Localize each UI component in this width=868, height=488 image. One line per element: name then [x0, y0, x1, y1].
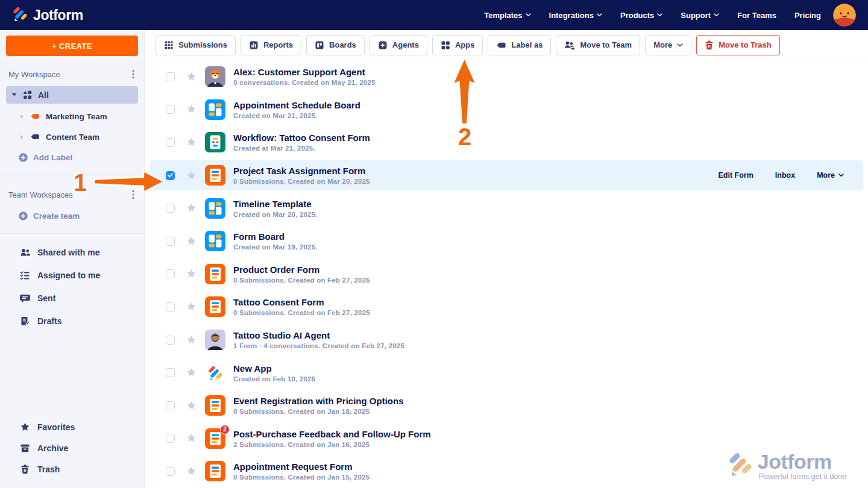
list-item[interactable]: Product Order Form 0 Submissions. Create…: [145, 258, 868, 291]
row-checkbox[interactable]: [166, 368, 175, 377]
favorite-star-icon[interactable]: [186, 368, 197, 378]
list-item[interactable]: Timeline Template Created on Mar 20, 202…: [145, 192, 868, 225]
archive-box-icon: [20, 443, 30, 453]
favorite-star-icon[interactable]: [186, 335, 197, 345]
sidebar-item-archive[interactable]: Archive: [0, 437, 144, 458]
item-text: Timeline Template Created on Mar 20, 202…: [233, 199, 318, 218]
favorite-star-icon[interactable]: [186, 302, 197, 312]
nav-support[interactable]: Support: [681, 11, 719, 20]
kebab-menu-icon[interactable]: [132, 190, 134, 199]
row-checkbox[interactable]: [166, 401, 175, 410]
star-icon: [20, 422, 30, 432]
submissions-grid-icon: [164, 40, 174, 50]
row-checkbox[interactable]: [166, 434, 175, 443]
favorite-star-icon[interactable]: [186, 466, 197, 477]
chevron-down-icon: [526, 13, 531, 17]
sidebar-links: Shared with me Assigned to me Sent Draft…: [0, 234, 144, 340]
nav-integrations[interactable]: Integrations: [549, 11, 602, 20]
create-button[interactable]: + CREATE: [6, 36, 138, 56]
list-item[interactable]: Event Registration with Pricing Options …: [145, 389, 868, 422]
item-text: Alex: Customer Support Agent 0 conversat…: [233, 67, 376, 86]
item-subtitle: 2 Submissions. Created on Jan 16, 2025: [233, 441, 431, 448]
kebab-menu-icon[interactable]: [132, 69, 134, 79]
row-checkbox[interactable]: [166, 138, 175, 147]
agents-button[interactable]: Agents: [370, 35, 427, 55]
item-text: New App Created on Feb 10, 2025: [233, 363, 315, 383]
edit-form-button[interactable]: Edit Form: [718, 171, 753, 180]
row-checkbox[interactable]: [166, 336, 175, 345]
sidebar-item-sent[interactable]: Sent: [0, 287, 144, 310]
row-checkbox[interactable]: [166, 269, 175, 278]
row-checkbox[interactable]: [166, 171, 175, 180]
row-more-button[interactable]: More: [817, 171, 844, 180]
item-text: Workflow: Tattoo Consent Form Created at…: [233, 133, 370, 152]
chat-bubble-icon: [20, 293, 30, 303]
favorite-star-icon[interactable]: [186, 433, 197, 443]
favorite-star-icon[interactable]: [186, 137, 197, 148]
workflow-icon: [205, 132, 225, 152]
row-checkbox[interactable]: [166, 237, 175, 246]
add-label-button[interactable]: Add Label: [0, 147, 144, 167]
list-item[interactable]: Workflow: Tattoo Consent Form Created at…: [145, 126, 868, 159]
apps-button[interactable]: Apps: [432, 35, 483, 55]
jotform-watermark: Jotform Powerful forms get it done: [728, 451, 846, 481]
favorite-star-icon[interactable]: [186, 236, 197, 246]
sidebar-item-drafts[interactable]: Drafts: [0, 310, 144, 333]
apps-grid-icon: [441, 40, 450, 50]
nav-templates[interactable]: Templates: [484, 11, 530, 20]
sidebar-item-label: Drafts: [37, 316, 61, 326]
item-subtitle: 0 Submissions. Created on Feb 27, 2025: [233, 277, 370, 284]
list-item[interactable]: Alex: Customer Support Agent 0 conversat…: [145, 60, 868, 93]
more-button[interactable]: More: [645, 35, 691, 55]
list-item[interactable]: Project Task Assignment Form 0 Submissio…: [145, 159, 868, 192]
sidebar-item-favorites[interactable]: Favorites: [0, 416, 144, 437]
row-checkbox[interactable]: [166, 72, 175, 81]
list-item[interactable]: Appointment Schedule Board Created on Ma…: [145, 93, 868, 127]
row-actions: Edit Form Inbox More: [718, 171, 844, 180]
list-item[interactable]: New App Created on Feb 10, 2025: [145, 356, 868, 389]
nav-products[interactable]: Products: [620, 11, 662, 20]
sidebar-item-content-team[interactable]: Content Team: [0, 127, 144, 147]
row-checkbox[interactable]: [166, 302, 175, 311]
sidebar-item-all[interactable]: All: [6, 86, 138, 104]
list-item[interactable]: Tattoo Studio AI Agent 1 Form · 4 conver…: [145, 324, 868, 357]
item-subtitle: Created on Feb 10, 2025: [233, 375, 315, 383]
board-icon: [205, 198, 225, 219]
sidebar-item-marketing-team[interactable]: Marketing Team: [0, 106, 144, 127]
item-title: Tattoo Studio AI Agent: [233, 330, 404, 340]
list-item[interactable]: Tattoo Consent Form 0 Submissions. Creat…: [145, 290, 868, 324]
sidebar-item-trash[interactable]: Trash: [0, 458, 144, 480]
favorite-star-icon[interactable]: [186, 269, 197, 279]
inbox-button[interactable]: Inbox: [775, 171, 795, 180]
favorite-star-icon[interactable]: [186, 401, 197, 411]
sidebar-item-shared-with-me[interactable]: Shared with me: [0, 241, 144, 264]
row-checkbox[interactable]: [166, 204, 175, 213]
favorite-star-icon[interactable]: [186, 203, 197, 213]
reports-button[interactable]: Reports: [241, 35, 301, 55]
sidebar-item-assigned-to-me[interactable]: Assigned to me: [0, 264, 144, 287]
caret-down-icon: [11, 93, 17, 97]
list-item[interactable]: Form Board Created on Mar 19, 2025.: [145, 225, 868, 258]
item-title: Project Task Assignment Form: [233, 166, 370, 176]
jotform-logo[interactable]: Jotform: [12, 6, 83, 24]
create-team-button[interactable]: Create team: [0, 205, 144, 226]
item-title: Form Board: [233, 231, 318, 242]
favorite-star-icon[interactable]: [186, 72, 197, 82]
favorite-star-icon[interactable]: [186, 104, 197, 114]
sidebar-item-label: Trash: [37, 465, 60, 474]
item-title: Alex: Customer Support Agent: [233, 67, 376, 77]
nav-pricing[interactable]: Pricing: [794, 11, 821, 20]
favorite-star-icon[interactable]: [186, 170, 197, 181]
boards-button[interactable]: Boards: [306, 35, 365, 55]
label-tag-icon: [30, 132, 40, 142]
label-as-button[interactable]: Label as: [488, 35, 551, 55]
move-to-trash-button[interactable]: Move to Trash: [696, 35, 779, 55]
user-avatar[interactable]: [833, 4, 856, 27]
jotform-logomark-icon: [12, 6, 28, 24]
nav-for-teams[interactable]: For Teams: [737, 11, 776, 20]
item-subtitle: 0 conversations. Created on May 21, 2025: [233, 79, 376, 86]
submissions-button[interactable]: Submissions: [156, 35, 236, 55]
move-to-team-button[interactable]: Move to Team: [556, 35, 640, 55]
row-checkbox[interactable]: [166, 467, 175, 476]
row-checkbox[interactable]: [166, 105, 175, 114]
